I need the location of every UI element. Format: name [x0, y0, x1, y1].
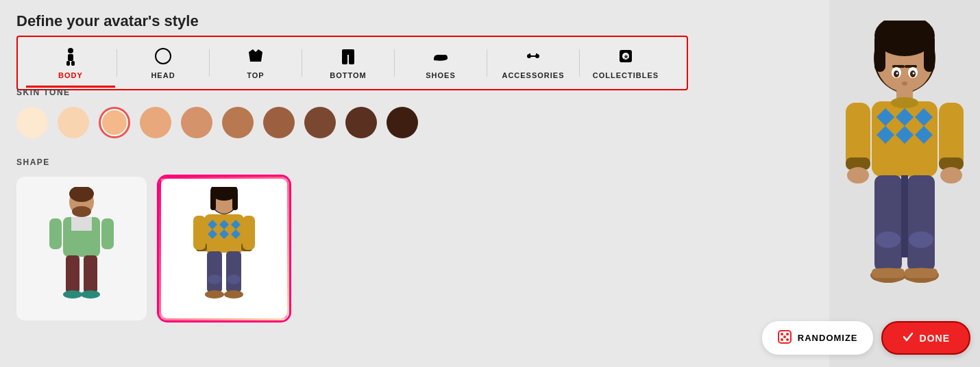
body-icon: [61, 47, 80, 68]
skin-tone-swatches: [16, 107, 813, 138]
skin-tone-swatch-3[interactable]: [140, 107, 171, 138]
category-divider: [302, 49, 302, 77]
svg-point-91: [781, 338, 783, 341]
svg-rect-2: [66, 61, 70, 66]
svg-rect-79: [907, 175, 935, 271]
content-area: SKIN TONE SHAPE: [0, 75, 829, 320]
shape-card-female[interactable]: [159, 177, 289, 320]
svg-rect-21: [66, 255, 79, 293]
svg-rect-42: [243, 216, 255, 250]
svg-rect-22: [84, 255, 97, 293]
svg-rect-55: [905, 65, 917, 68]
svg-rect-53: [924, 34, 935, 72]
done-button[interactable]: DONE: [881, 321, 970, 355]
skin-tone-label: SKIN TONE: [16, 88, 813, 97]
collectibles-icon: ★: [616, 47, 635, 68]
svg-point-17: [72, 206, 91, 217]
svg-point-92: [786, 338, 789, 341]
svg-rect-41: [193, 216, 206, 250]
shoes-icon: [431, 47, 450, 68]
bottom-buttons: RANDOMIZE DONE: [762, 321, 970, 355]
category-divider: [487, 49, 487, 77]
accessories-icon: [524, 47, 543, 68]
done-label: DONE: [920, 333, 950, 344]
svg-rect-52: [874, 34, 885, 72]
svg-point-60: [896, 73, 898, 75]
avatar-preview: [829, 0, 980, 367]
svg-point-77: [940, 167, 962, 184]
randomize-button[interactable]: RANDOMIZE: [762, 321, 873, 355]
skin-tone-swatch-1[interactable]: [58, 107, 89, 138]
svg-point-82: [909, 231, 933, 248]
skin-tone-swatch-4[interactable]: [181, 107, 212, 138]
svg-rect-78: [874, 175, 902, 271]
svg-rect-1: [68, 54, 73, 61]
checkmark-icon: [902, 331, 914, 345]
top-icon: [246, 47, 265, 68]
svg-rect-44: [226, 251, 241, 292]
category-divider: [579, 49, 580, 77]
shape-cards: [16, 177, 813, 320]
svg-point-89: [786, 333, 789, 336]
shape-card-male[interactable]: [16, 177, 147, 320]
svg-rect-80: [901, 175, 908, 257]
svg-point-81: [876, 231, 901, 248]
svg-rect-7: [349, 53, 354, 64]
svg-rect-43: [207, 251, 222, 292]
svg-rect-10: [531, 55, 535, 57]
skin-tone-swatch-7[interactable]: [304, 107, 336, 138]
svg-point-76: [847, 167, 869, 184]
head-icon: [154, 47, 173, 68]
skin-tone-swatch-5[interactable]: [222, 107, 254, 138]
randomize-label: RANDOMIZE: [798, 333, 858, 343]
skin-tone-swatch-6[interactable]: [263, 107, 295, 138]
category-divider: [394, 49, 395, 77]
skin-tone-swatch-8[interactable]: [345, 107, 377, 138]
svg-point-23: [63, 290, 82, 299]
svg-point-45: [208, 275, 221, 284]
svg-point-61: [913, 73, 915, 75]
svg-point-71: [891, 97, 918, 108]
avatar-style-modal: Define your avatar's style ✕ BODYHEADTOP…: [0, 0, 980, 367]
svg-rect-20: [71, 217, 92, 231]
svg-point-62: [902, 81, 907, 86]
svg-point-88: [781, 333, 783, 336]
shape-label: SHAPE: [16, 157, 813, 167]
svg-text:★: ★: [623, 53, 629, 60]
skin-tone-swatch-9[interactable]: [387, 107, 418, 138]
svg-point-46: [227, 275, 241, 284]
svg-rect-85: [872, 268, 905, 278]
category-divider: [117, 49, 117, 77]
svg-rect-31: [232, 191, 238, 210]
svg-point-47: [205, 290, 224, 299]
dice-icon: [777, 329, 792, 346]
svg-rect-86: [905, 268, 938, 278]
svg-rect-54: [892, 65, 905, 68]
svg-rect-12: [536, 53, 537, 55]
svg-rect-11: [529, 53, 530, 55]
svg-rect-30: [210, 191, 216, 210]
svg-rect-3: [71, 61, 75, 66]
svg-rect-26: [101, 218, 114, 249]
svg-point-48: [224, 290, 243, 299]
svg-rect-6: [342, 53, 347, 64]
svg-rect-25: [49, 218, 62, 249]
skin-tone-swatch-0[interactable]: [16, 107, 48, 138]
skin-tone-swatch-2[interactable]: [99, 107, 130, 138]
svg-point-0: [68, 48, 73, 53]
svg-point-90: [783, 336, 786, 338]
svg-point-4: [156, 49, 171, 64]
bottom-icon: [339, 47, 358, 68]
category-divider: [209, 49, 210, 77]
svg-point-24: [81, 290, 100, 299]
